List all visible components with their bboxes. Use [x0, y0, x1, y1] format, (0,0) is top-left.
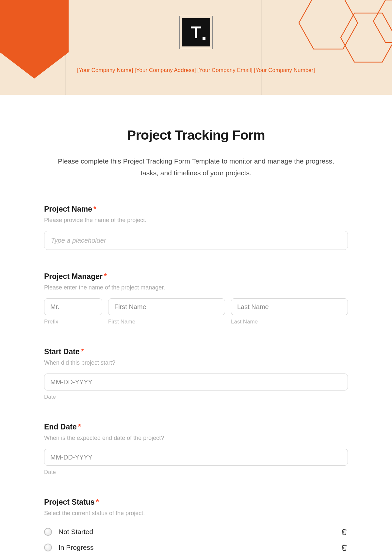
last-sublabel: Last Name: [231, 319, 348, 325]
field-help: Please enter the name of the project man…: [44, 284, 348, 291]
status-option-row: Not Started: [44, 524, 348, 540]
field-project-name: Project Name* Please provide the name of…: [44, 205, 348, 250]
logo: T: [179, 16, 213, 49]
last-name-input[interactable]: [231, 298, 348, 315]
field-help: Please provide the name of the project.: [44, 217, 348, 224]
field-project-status: Project Status* Select the current statu…: [44, 498, 348, 555]
status-option-row: In Progress: [44, 540, 348, 555]
radio-label[interactable]: Not Started: [58, 528, 341, 536]
end-date-input[interactable]: [44, 449, 348, 466]
required-mark: *: [104, 272, 107, 281]
date-sublabel: Date: [44, 469, 348, 476]
project-name-input[interactable]: [44, 231, 348, 250]
svg-marker-2: [341, 13, 392, 62]
radio-icon[interactable]: [44, 528, 52, 536]
date-sublabel: Date: [44, 394, 348, 400]
trash-icon[interactable]: [341, 528, 348, 536]
field-label: Project Name*: [44, 205, 348, 214]
form-intro: Please complete this Project Tracking Fo…: [56, 155, 336, 179]
logo-letter: T: [191, 24, 201, 41]
company-info-line: [Your Company Name] [Your Company Addres…: [0, 67, 392, 74]
required-mark: *: [78, 423, 81, 431]
trash-icon[interactable]: [341, 544, 348, 551]
prefix-sublabel: Prefix: [44, 319, 102, 325]
field-label: End Date*: [44, 423, 348, 431]
field-label: Start Date*: [44, 347, 348, 356]
start-date-input[interactable]: [44, 374, 348, 391]
prefix-input[interactable]: [44, 298, 102, 315]
field-end-date: End Date* When is the expected end date …: [44, 423, 348, 476]
svg-marker-3: [373, 0, 392, 43]
label-text: Project Name: [44, 205, 92, 213]
orange-flag-decoration: [0, 0, 69, 78]
label-text: Project Status: [44, 498, 95, 506]
field-help: When did this project start?: [44, 359, 348, 366]
field-help: Select the current status of the project…: [44, 510, 348, 517]
required-mark: *: [96, 498, 99, 506]
field-label: Project Manager*: [44, 272, 348, 281]
header-banner: T [Your Company Name] [Your Company Addr…: [0, 0, 392, 95]
field-start-date: Start Date* When did this project start?…: [44, 347, 348, 400]
required-mark: *: [81, 347, 84, 356]
radio-icon[interactable]: [44, 544, 52, 551]
field-help: When is the expected end date of the pro…: [44, 435, 348, 442]
field-project-manager: Project Manager* Please enter the name o…: [44, 272, 348, 325]
first-name-input[interactable]: [108, 298, 225, 315]
radio-label[interactable]: In Progress: [58, 544, 341, 551]
form-content: Project Tracking Form Please complete th…: [44, 95, 348, 556]
label-text: Start Date: [44, 347, 80, 356]
page-title: Project Tracking Form: [44, 128, 348, 143]
field-label: Project Status*: [44, 498, 348, 507]
svg-marker-1: [299, 0, 358, 49]
svg-marker-0: [0, 0, 69, 78]
label-text: End Date: [44, 423, 77, 431]
required-mark: *: [93, 205, 96, 213]
label-text: Project Manager: [44, 272, 103, 281]
first-sublabel: First Name: [108, 319, 225, 325]
